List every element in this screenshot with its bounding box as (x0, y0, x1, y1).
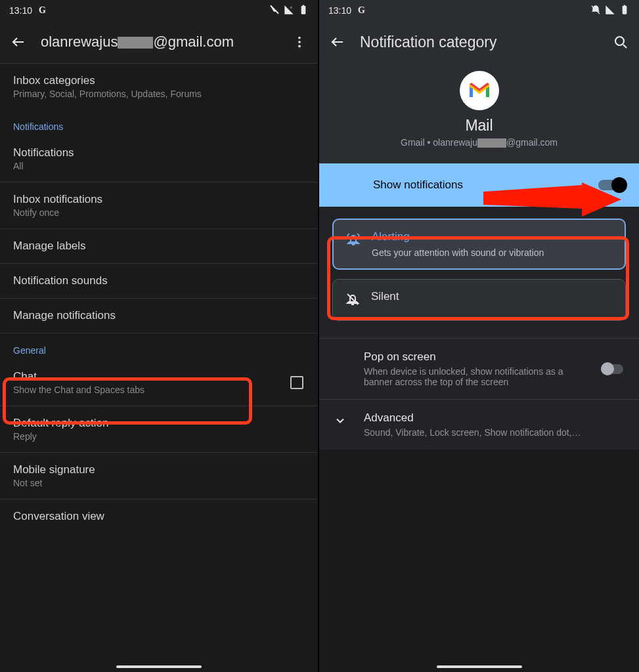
page-title: Notification category (360, 33, 598, 51)
status-bar: 13:10 G (319, 0, 639, 21)
row-inbox-categories[interactable]: Inbox categories Primary, Social, Promot… (0, 64, 318, 110)
appbar: Notification category (319, 21, 639, 63)
row-default-reply[interactable]: Default reply action Reply (0, 406, 318, 452)
nav-indicator (437, 665, 522, 668)
section-notifications: Notifications (0, 110, 318, 136)
show-notifications-label: Show notifications (373, 178, 463, 192)
svg-point-5 (298, 41, 301, 43)
row-manage-labels[interactable]: Manage labels (0, 229, 318, 263)
row-notification-sounds[interactable]: Notification sounds (0, 264, 318, 298)
section-general: General (0, 333, 318, 360)
dnd-icon (269, 5, 280, 17)
notification-category-screen: 13:10 G Notification category (319, 0, 639, 672)
pop-on-screen-switch[interactable] (601, 362, 625, 375)
page-title: olanrewajus@gmail.com (41, 33, 277, 51)
row-pop-on-screen[interactable]: Pop on screen When device is unlocked, s… (319, 339, 639, 400)
status-time: 13:10 (9, 5, 32, 16)
svg-rect-9 (624, 5, 626, 5)
gmail-app-icon (460, 71, 499, 110)
back-button[interactable] (9, 33, 28, 51)
signal-icon: x (284, 5, 294, 17)
svg-point-6 (298, 45, 301, 48)
svg-line-0 (271, 6, 278, 14)
show-notifications-switch[interactable] (598, 178, 625, 192)
behavior-options: Alerting Gets your attention with sound … (319, 207, 639, 339)
svg-point-4 (298, 37, 301, 39)
row-chat[interactable]: Chat Show the Chat and Spaces tabs (0, 360, 318, 406)
row-manage-notifications[interactable]: Manage notifications (0, 299, 318, 333)
app-name: Mail (465, 117, 493, 135)
signal-icon (605, 5, 615, 17)
svg-point-10 (615, 37, 624, 45)
svg-text:x: x (290, 5, 292, 9)
nav-indicator (116, 665, 202, 668)
back-button[interactable] (328, 33, 347, 51)
dnd-icon (590, 5, 601, 17)
overflow-menu-icon[interactable] (290, 33, 309, 51)
battery-icon (619, 5, 630, 17)
status-bar: 13:10 G x (0, 0, 318, 21)
status-google-icon: G (358, 5, 365, 16)
svg-rect-2 (301, 6, 306, 14)
svg-rect-8 (623, 6, 627, 14)
status-google-icon: G (39, 5, 46, 16)
chat-checkbox[interactable] (290, 376, 303, 389)
battery-icon (298, 5, 309, 17)
settings-list[interactable]: Inbox categories Primary, Social, Promot… (0, 63, 318, 672)
row-advanced[interactable]: Advanced Sound, Vibrate, Lock screen, Sh… (319, 400, 639, 450)
app-subtitle: Gmail • olanrewaju@gmail.com (401, 137, 558, 148)
search-icon[interactable] (611, 33, 630, 51)
bell-off-icon (345, 291, 361, 310)
row-notifications[interactable]: Notifications All (0, 136, 318, 182)
category-content[interactable]: Mail Gmail • olanrewaju@gmail.com Show n… (319, 63, 639, 672)
row-inbox-notifications[interactable]: Inbox notifications Notify once (0, 182, 318, 228)
row-mobile-signature[interactable]: Mobile signature Not set (0, 453, 318, 499)
status-time: 13:10 (328, 5, 351, 16)
chevron-down-icon (334, 414, 347, 430)
gmail-settings-screen: 13:10 G x olanrewajus@gmail.com (0, 0, 319, 672)
row-conversation-view[interactable]: Conversation view (0, 499, 318, 543)
option-alerting[interactable]: Alerting Gets your attention with sound … (332, 219, 626, 270)
svg-rect-3 (303, 5, 305, 5)
app-header: Mail Gmail • olanrewaju@gmail.com (319, 63, 639, 163)
bell-ring-icon (345, 232, 361, 250)
appbar: olanrewajus@gmail.com (0, 21, 318, 63)
show-notifications-toggle-row[interactable]: Show notifications (319, 163, 639, 207)
option-silent[interactable]: Silent (332, 279, 626, 321)
